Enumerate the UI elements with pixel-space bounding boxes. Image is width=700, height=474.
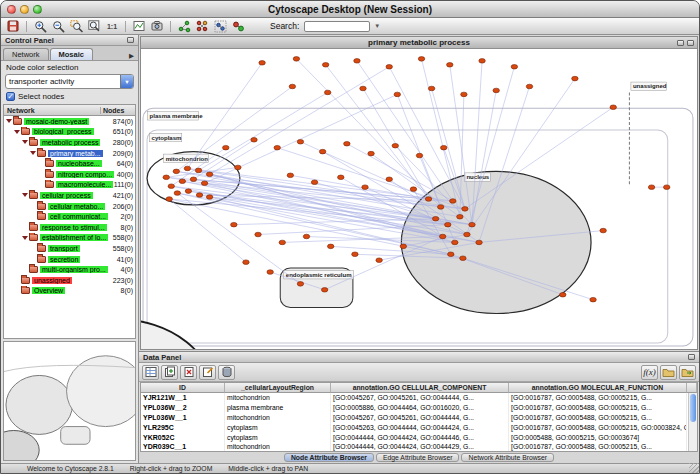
network-node[interactable] (206, 195, 212, 200)
select-attributes-button[interactable] (142, 365, 159, 380)
tree-expander-icon[interactable] (21, 236, 29, 240)
network-node[interactable] (648, 185, 654, 190)
hide-selected-button[interactable] (176, 19, 192, 34)
network-node[interactable] (168, 184, 174, 189)
network-node[interactable] (448, 252, 454, 257)
tree-expander-icon[interactable] (21, 140, 29, 144)
tree-expander-icon[interactable] (5, 119, 13, 123)
network-node[interactable] (610, 105, 616, 110)
network-node[interactable] (493, 88, 499, 93)
tree-column-network[interactable]: Network (4, 107, 101, 114)
network-node[interactable] (410, 187, 416, 192)
network-node[interactable] (476, 240, 482, 245)
column-header[interactable]: _cellularLayoutRegion (225, 383, 331, 393)
tree-row[interactable]: macromolecule...111(0) (4, 180, 135, 191)
network-node[interactable] (179, 179, 185, 184)
network-node[interactable] (572, 76, 578, 81)
tab-scroll-right-icon[interactable]: ▶ (129, 52, 136, 60)
network-node[interactable] (235, 165, 241, 170)
network-node[interactable] (311, 180, 317, 185)
network-node[interactable] (450, 199, 456, 204)
network-node[interactable] (464, 232, 470, 237)
edit-attribute-button[interactable] (199, 365, 216, 380)
network-node[interactable] (445, 222, 451, 227)
tree-row[interactable]: cellular metabo...206(0) (4, 201, 135, 212)
network-node[interactable] (416, 153, 422, 158)
network-node[interactable] (173, 169, 179, 174)
select-nodes-checkbox[interactable]: ✓ (6, 92, 15, 101)
network-node[interactable] (322, 63, 328, 68)
zoom-window-button[interactable] (33, 5, 42, 14)
network-node[interactable] (174, 191, 180, 196)
network-node[interactable] (243, 260, 249, 265)
tree-row[interactable]: unassigned223(0) (4, 275, 135, 286)
table-scrollbar-thumb[interactable] (690, 394, 696, 422)
tab-edge-attribute-browser[interactable]: Edge Attribute Browser (376, 453, 460, 462)
network-node[interactable] (163, 175, 169, 180)
table-row[interactable]: YPL036W__2plasma membrane[GO:0005886, GO… (141, 403, 697, 413)
network-node[interactable] (511, 64, 517, 69)
table-row[interactable]: YJR121W__1mitochondrion[GO:0045267, GO:0… (141, 393, 697, 403)
network-node[interactable] (386, 64, 392, 69)
data-panel-float-icon[interactable] (688, 354, 695, 360)
table-row[interactable]: YPL036W__1mitochondrion[GO:0045267, GO:0… (141, 413, 697, 423)
network-node[interactable] (287, 173, 293, 178)
network-node[interactable] (196, 193, 202, 198)
network-node[interactable] (321, 288, 327, 293)
tree-expander-icon[interactable] (29, 151, 37, 155)
zoom-selected-button[interactable] (68, 19, 84, 34)
network-node[interactable] (274, 145, 280, 150)
float-panel-icon[interactable] (127, 37, 134, 43)
tree-row[interactable]: response to stimul...8(0) (4, 222, 135, 233)
network-node[interactable] (360, 86, 366, 91)
network-node[interactable] (289, 84, 295, 89)
network-node[interactable] (439, 234, 445, 239)
tree-row[interactable]: biological_process651(0) (4, 127, 135, 138)
network-node[interactable] (432, 216, 438, 221)
import-attributes-button[interactable] (660, 365, 677, 380)
network-node[interactable] (223, 145, 229, 150)
network-node[interactable] (184, 166, 190, 171)
network-node[interactable] (600, 228, 606, 233)
network-node[interactable] (462, 207, 468, 212)
save-session-button[interactable] (5, 19, 21, 34)
network-node[interactable] (297, 282, 303, 287)
network-node[interactable] (338, 175, 344, 180)
open-attributes-button[interactable] (679, 365, 696, 380)
network-node[interactable] (255, 232, 261, 237)
tree-row[interactable]: establishment of lo...558(0) (4, 233, 135, 244)
table-scrollbar[interactable] (688, 393, 697, 451)
network-node[interactable] (368, 151, 374, 156)
table-row[interactable]: YLR295Ccytoplasm[GO:0045263, GO:0044444,… (141, 423, 697, 433)
window-titlebar[interactable]: Cytoscape Desktop (New Session) (1, 1, 699, 18)
network-node[interactable] (425, 197, 431, 202)
snapshot-button[interactable] (149, 19, 165, 34)
tree-row[interactable]: nitrogen compo...40(0) (4, 169, 135, 180)
tree-row[interactable]: transport558(0) (4, 243, 135, 254)
network-node[interactable] (251, 138, 257, 143)
formula-builder-button[interactable]: f(x) (641, 365, 658, 380)
zoom-in-button[interactable] (32, 19, 48, 34)
tree-row[interactable]: cell communicat...2(0) (4, 211, 135, 222)
network-node[interactable] (319, 149, 325, 154)
column-header[interactable]: annotation.GO MOLECULAR_FUNCTION (509, 383, 687, 393)
network-overview-panel[interactable] (3, 341, 136, 461)
create-attribute-button[interactable] (161, 365, 178, 380)
tab-network[interactable]: Network (3, 48, 49, 60)
tree-expander-icon[interactable] (13, 130, 21, 134)
actual-size-button[interactable]: 1:1 (104, 19, 120, 34)
network-node[interactable] (452, 240, 458, 245)
network-node[interactable] (185, 189, 191, 194)
network-node[interactable] (267, 270, 273, 275)
network-node[interactable] (344, 141, 350, 146)
network-node[interactable] (418, 57, 424, 62)
tab-node-attribute-browser[interactable]: Node Attribute Browser (284, 453, 374, 462)
column-header[interactable]: annotation.GO CELLULAR_COMPONENT (331, 383, 509, 393)
network-node[interactable] (461, 92, 467, 97)
tree-row[interactable]: mosaic-demo-yeast874(0) (4, 116, 135, 127)
network-node[interactable] (457, 214, 463, 219)
network-node[interactable] (293, 57, 299, 62)
network-node[interactable] (195, 168, 201, 173)
tree-row[interactable]: primary metab...209(0) (4, 148, 135, 159)
graphics-details-button[interactable] (131, 19, 147, 34)
